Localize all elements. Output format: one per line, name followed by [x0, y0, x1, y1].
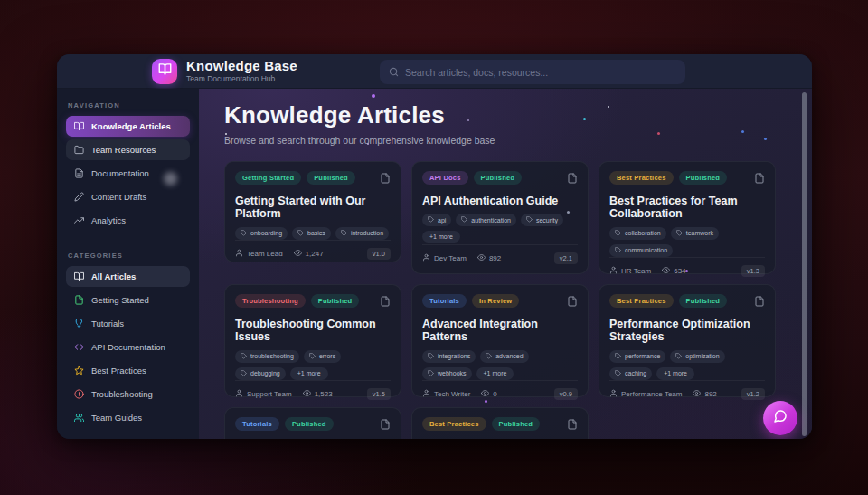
category-item-team-guides[interactable]: Team Guides: [66, 407, 190, 428]
category-item-best-practices[interactable]: Best Practices: [66, 360, 190, 381]
tag-chip[interactable]: troubleshooting: [235, 350, 299, 363]
file-text-icon: [567, 171, 578, 187]
article-card[interactable]: Getting Started Published Getting Starte…: [224, 161, 401, 262]
sidebar-item-content-drafts[interactable]: Content Drafts: [66, 186, 190, 207]
category-list: All Articles Getting Started Tutorials A…: [57, 266, 199, 428]
author: Dev Team: [422, 253, 467, 263]
card-badges: Troubleshooting Published: [235, 294, 391, 310]
status-badge: In Review: [472, 294, 519, 308]
author-name: Support Team: [247, 390, 292, 398]
tag-chip[interactable]: communication: [609, 244, 673, 257]
card-badges: API Docs Published: [422, 171, 578, 187]
category-badge: Best Practices: [609, 294, 674, 308]
search-input[interactable]: [405, 67, 676, 78]
scrollbar-thumb[interactable]: [802, 92, 807, 436]
tag-chip[interactable]: onboarding: [235, 227, 288, 240]
sidebar-item-analytics[interactable]: Analytics: [66, 210, 190, 231]
app-body: NAVIGATION Knowledge Articles Team Resou…: [57, 89, 812, 439]
article-card[interactable]: API Docs Published API Authentication Gu…: [411, 161, 589, 274]
version-badge: v2.1: [554, 252, 578, 264]
eye-icon: [294, 249, 302, 259]
tag-list: integrations advanced webhooks +1 more: [422, 350, 578, 380]
tag-chip[interactable]: basics: [292, 227, 331, 240]
tag-chip[interactable]: optimization: [670, 350, 724, 363]
file-text-icon: [567, 417, 578, 433]
card-footer: Tech Writer 0 v0.9: [422, 380, 578, 400]
eye-icon: [477, 253, 486, 263]
search-bar[interactable]: [380, 60, 685, 84]
sidebar-item-label: Documentation: [91, 168, 149, 178]
card-badges: Tutorials In Review: [422, 294, 578, 310]
views-count: 892: [489, 254, 501, 262]
tag-label: authentication: [471, 217, 511, 224]
tag-list: collaboration teamwork communication: [609, 227, 765, 257]
tag-label: optimization: [685, 353, 719, 359]
tag-chip[interactable]: collaboration: [609, 227, 666, 240]
category-badge: Tutorials: [422, 294, 467, 308]
tag-chip[interactable]: introduction: [335, 227, 389, 240]
sidebar-item-team-resources[interactable]: Team Resources: [66, 139, 190, 160]
tag-icon: [461, 216, 467, 224]
tag-chip[interactable]: caching: [609, 367, 652, 380]
tag-label: debugging: [250, 370, 280, 376]
author: Tech Writer: [422, 389, 470, 399]
version-badge: v1.2: [741, 388, 765, 400]
article-card[interactable]: Best Practices Published Performance Opt…: [599, 284, 776, 397]
tag-chip[interactable]: security: [521, 214, 563, 226]
article-card[interactable]: Troubleshooting Published Troubleshootin…: [224, 284, 401, 397]
sparkle: [372, 94, 375, 98]
more-tags-chip[interactable]: +1 more: [656, 367, 694, 380]
category-badge: Tutorials: [235, 417, 279, 431]
user-icon: [235, 249, 243, 259]
desktop-background: { "header": { "app_title": "Knowledge Ba…: [0, 0, 868, 495]
tag-icon: [615, 370, 621, 377]
more-tags-chip[interactable]: +1 more: [422, 231, 460, 243]
article-card[interactable]: Tutorials Published Building Scalable Mi…: [224, 407, 401, 439]
sidebar-item-label: Team Resources: [91, 145, 156, 155]
category-item-getting-started[interactable]: Getting Started: [66, 290, 190, 310]
tag-label: integrations: [438, 353, 470, 359]
category-item-tutorials[interactable]: Tutorials: [66, 313, 190, 334]
more-tags-chip[interactable]: +1 more: [476, 367, 514, 380]
users-icon: [74, 413, 84, 423]
card-footer: Team Lead 1,247 v1.0: [235, 240, 391, 260]
tag-list: troubleshooting errors debugging +1 more: [235, 350, 391, 380]
category-item-all-articles[interactable]: All Articles: [66, 266, 190, 287]
tag-chip[interactable]: performance: [609, 350, 665, 363]
tag-icon: [615, 230, 621, 237]
category-item-troubleshooting[interactable]: Troubleshooting: [66, 384, 190, 405]
sidebar-item-label: Knowledge Articles: [91, 121, 171, 131]
article-card[interactable]: Best Practices Published Best Practices …: [599, 161, 776, 274]
chat-button[interactable]: [763, 401, 797, 435]
tag-chip[interactable]: errors: [304, 350, 341, 363]
tag-list: api authentication security +1 more: [422, 214, 578, 243]
tag-chip[interactable]: advanced: [480, 350, 528, 363]
sidebar-item-knowledge-articles[interactable]: Knowledge Articles: [66, 116, 190, 137]
file-text-icon: [380, 171, 391, 187]
tag-chip[interactable]: integrations: [422, 350, 476, 363]
tag-chip[interactable]: authentication: [456, 214, 516, 226]
sidebar-item-label: All Articles: [91, 271, 136, 281]
views-count: 1,247: [306, 250, 324, 258]
tag-chip[interactable]: api: [422, 214, 451, 226]
article-title: Troubleshooting Common Issues: [235, 318, 391, 344]
more-tags-chip[interactable]: +1 more: [290, 367, 328, 380]
tag-icon: [526, 216, 533, 224]
sidebar-item-documentation[interactable]: Documentation: [66, 163, 190, 184]
tag-chip[interactable]: debugging: [235, 367, 286, 380]
sidebar-item-label: Troubleshooting: [91, 389, 153, 399]
tag-icon: [675, 353, 682, 360]
tag-icon: [341, 230, 347, 237]
article-card[interactable]: Best Practices Published Security Best P…: [411, 407, 589, 439]
category-item-api-documentation[interactable]: API Documentation: [66, 337, 190, 357]
tag-chip[interactable]: webhooks: [422, 367, 472, 380]
tag-label: troubleshooting: [250, 353, 294, 359]
book-open-icon: [74, 271, 84, 281]
article-card[interactable]: Tutorials In Review Advanced Integration…: [411, 284, 589, 397]
tag-chip[interactable]: teamwork: [671, 227, 719, 240]
sidebar-section-categories: CATEGORIES: [57, 233, 199, 266]
book-open-icon: [74, 121, 84, 131]
tag-label: basics: [307, 230, 326, 236]
author-name: Dev Team: [434, 254, 467, 262]
version-badge: v1.0: [367, 248, 391, 260]
